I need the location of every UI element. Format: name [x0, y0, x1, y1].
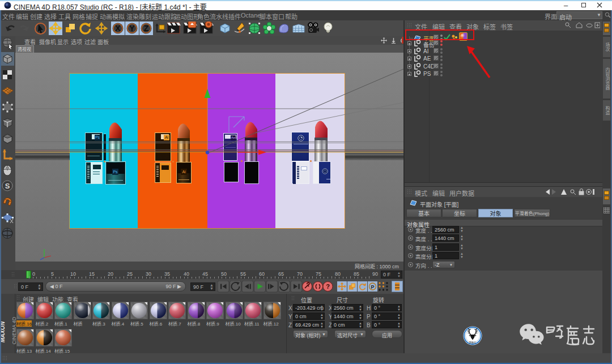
svg-text:S: S — [5, 182, 10, 190]
svg-text:野鹿志: 野鹿志 — [469, 341, 476, 344]
svg-text:Z: Z — [144, 24, 149, 33]
svg-text:Y: Y — [129, 24, 135, 33]
svg-text:P: P — [371, 284, 374, 290]
svg-text:X: X — [115, 24, 121, 33]
svg-text:?: ? — [326, 283, 330, 290]
